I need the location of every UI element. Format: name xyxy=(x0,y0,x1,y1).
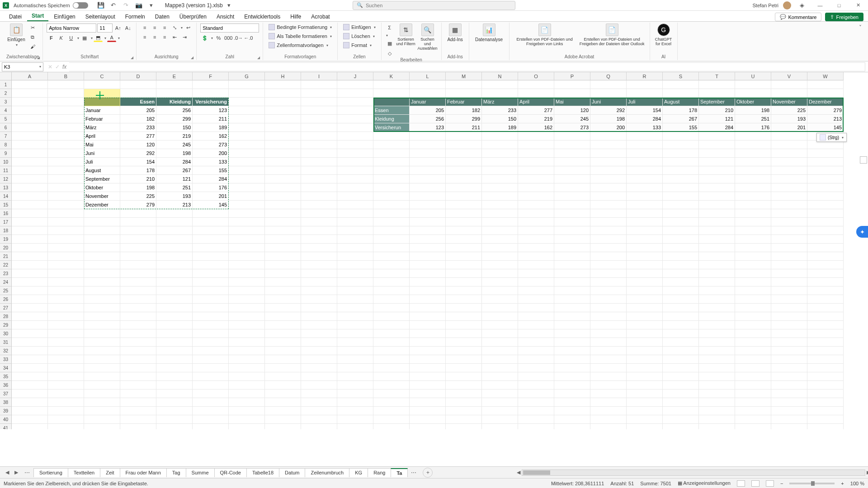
cell[interactable] xyxy=(771,329,807,338)
cell[interactable] xyxy=(84,269,120,278)
cell[interactable] xyxy=(265,312,301,321)
cell[interactable] xyxy=(627,141,663,149)
cell[interactable] xyxy=(771,381,807,389)
cell[interactable] xyxy=(373,295,410,304)
cell[interactable] xyxy=(337,80,373,89)
cell[interactable]: April xyxy=(518,98,554,106)
cell[interactable] xyxy=(373,407,410,415)
cell[interactable] xyxy=(554,347,590,355)
cell[interactable] xyxy=(735,132,771,141)
cell[interactable] xyxy=(627,372,663,381)
cell[interactable] xyxy=(301,407,337,415)
sheet-tab-tabelle18[interactable]: Tabelle18 xyxy=(246,468,279,477)
cell[interactable] xyxy=(120,398,156,407)
cell[interactable] xyxy=(265,389,301,398)
cell[interactable] xyxy=(48,415,84,424)
cell[interactable]: 256 xyxy=(410,115,446,123)
cell[interactable] xyxy=(771,89,807,98)
cell[interactable] xyxy=(84,381,120,389)
cell[interactable] xyxy=(554,381,590,389)
cell[interactable]: 150 xyxy=(156,123,193,132)
cell[interactable] xyxy=(337,132,373,141)
cell[interactable] xyxy=(699,192,735,201)
cell[interactable] xyxy=(771,278,807,286)
cell[interactable] xyxy=(229,235,265,244)
cell[interactable] xyxy=(373,261,410,269)
cell[interactable] xyxy=(229,295,265,304)
cell[interactable] xyxy=(554,295,590,304)
insert-cells-button[interactable]: Einfügen▾ xyxy=(341,23,377,31)
cell[interactable] xyxy=(156,252,193,261)
cell[interactable] xyxy=(771,407,807,415)
cell[interactable] xyxy=(699,304,735,312)
cell[interactable] xyxy=(663,304,699,312)
cell[interactable] xyxy=(554,201,590,209)
cell[interactable] xyxy=(120,304,156,312)
cell[interactable] xyxy=(410,261,446,269)
cell[interactable] xyxy=(735,338,771,347)
cell[interactable] xyxy=(482,132,518,141)
cell[interactable]: 145 xyxy=(807,123,844,132)
menu-tab-entwicklertools[interactable]: Entwicklertools xyxy=(240,12,285,21)
col-header-B[interactable]: B xyxy=(48,72,84,80)
cell[interactable]: 162 xyxy=(193,132,229,141)
cell[interactable] xyxy=(337,166,373,175)
cell[interactable] xyxy=(193,304,229,312)
cell[interactable] xyxy=(699,209,735,218)
cell[interactable] xyxy=(373,278,410,286)
cell[interactable]: Januar xyxy=(410,98,446,106)
cell[interactable] xyxy=(229,424,265,429)
cell[interactable] xyxy=(410,407,446,415)
cell[interactable] xyxy=(590,424,627,429)
cell[interactable] xyxy=(48,149,84,158)
cell[interactable] xyxy=(120,364,156,372)
cell[interactable] xyxy=(410,278,446,286)
formula-input[interactable] xyxy=(69,62,865,71)
cell[interactable] xyxy=(229,166,265,175)
cell[interactable] xyxy=(337,381,373,389)
cell[interactable]: Kleidung xyxy=(156,98,193,106)
cell[interactable] xyxy=(410,312,446,321)
cell[interactable] xyxy=(663,329,699,338)
cell[interactable] xyxy=(627,89,663,98)
cell[interactable] xyxy=(663,364,699,372)
cell[interactable] xyxy=(156,261,193,269)
cell-styles-button[interactable]: Zellenformatvorlagen▾ xyxy=(267,42,334,49)
cell[interactable] xyxy=(229,261,265,269)
cell[interactable] xyxy=(48,201,84,209)
cell[interactable] xyxy=(807,80,844,89)
cell[interactable] xyxy=(590,183,627,192)
cell[interactable]: 277 xyxy=(518,106,554,115)
cell[interactable] xyxy=(627,192,663,201)
cell[interactable] xyxy=(446,175,482,183)
col-header-K[interactable]: K xyxy=(373,72,410,80)
cell[interactable] xyxy=(410,424,446,429)
cell[interactable] xyxy=(699,183,735,192)
cell[interactable] xyxy=(265,415,301,424)
row-header-7[interactable]: 7 xyxy=(0,132,12,141)
row-header-16[interactable]: 16 xyxy=(0,209,12,218)
cell[interactable] xyxy=(590,209,627,218)
bold-button[interactable]: F xyxy=(47,34,56,42)
cell[interactable] xyxy=(627,329,663,338)
cell[interactable] xyxy=(554,89,590,98)
cell[interactable]: 233 xyxy=(482,106,518,115)
cell[interactable] xyxy=(771,166,807,175)
menu-tab-ansicht[interactable]: Ansicht xyxy=(212,12,239,21)
cell[interactable] xyxy=(265,329,301,338)
cell[interactable] xyxy=(554,235,590,244)
cell[interactable] xyxy=(373,389,410,398)
cell[interactable] xyxy=(156,389,193,398)
decrease-decimal-icon[interactable]: ←.0 xyxy=(244,34,253,42)
cell[interactable] xyxy=(627,244,663,252)
cell[interactable] xyxy=(699,278,735,286)
cell[interactable] xyxy=(229,347,265,355)
cell[interactable] xyxy=(627,149,663,158)
cell[interactable] xyxy=(229,407,265,415)
cell[interactable] xyxy=(627,312,663,321)
cell[interactable]: 277 xyxy=(120,132,156,141)
cell[interactable] xyxy=(554,132,590,141)
align-center-icon[interactable]: ≡ xyxy=(150,33,159,41)
cell[interactable] xyxy=(265,192,301,201)
cell[interactable] xyxy=(337,89,373,98)
